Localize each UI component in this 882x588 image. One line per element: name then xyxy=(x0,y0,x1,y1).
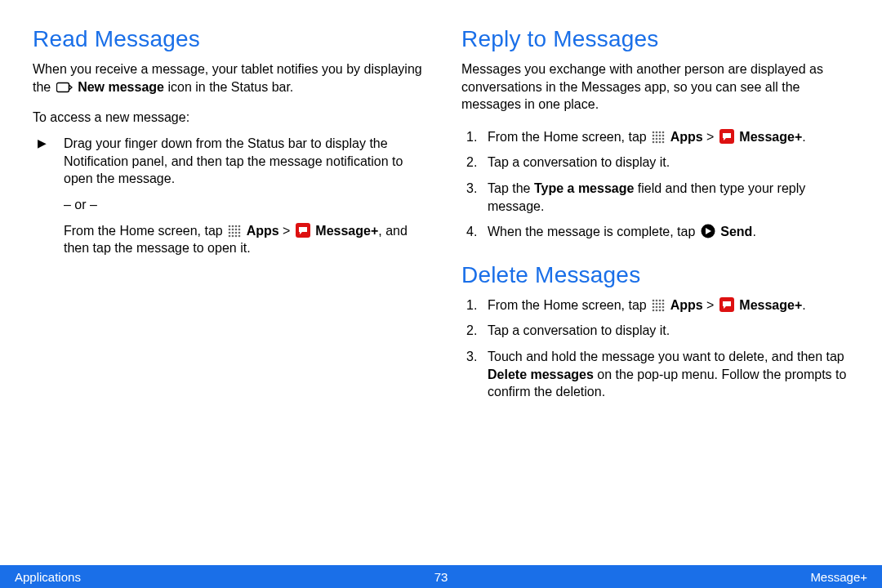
send-icon xyxy=(701,224,715,238)
intro-icon-label: New message xyxy=(78,80,164,94)
message-plus-icon xyxy=(296,223,310,238)
svg-point-10 xyxy=(232,231,234,234)
reply-step-1: From the Home screen, tap Apps > Message… xyxy=(461,128,858,146)
svg-point-7 xyxy=(235,228,238,230)
svg-point-18 xyxy=(653,131,655,133)
page-footer: Applications 73 Message+ xyxy=(0,565,882,588)
reply-step-3: Tap the Type a message field and then ty… xyxy=(461,180,858,215)
left-column: Read Messages When you receive a message… xyxy=(33,26,429,565)
apps-grid-icon xyxy=(652,299,665,312)
svg-point-24 xyxy=(659,134,662,136)
svg-point-20 xyxy=(659,131,662,133)
page-number: 73 xyxy=(434,570,448,584)
svg-point-30 xyxy=(653,140,655,143)
svg-point-12 xyxy=(238,231,241,234)
svg-rect-0 xyxy=(56,82,69,91)
svg-point-45 xyxy=(656,305,658,308)
svg-point-2 xyxy=(232,225,234,227)
svg-point-48 xyxy=(653,309,655,311)
heading-reply: Reply to Messages xyxy=(461,26,858,52)
footer-left: Applications xyxy=(15,570,81,584)
r4-tail: . xyxy=(752,225,755,238)
message-plus-icon xyxy=(719,129,734,144)
svg-point-50 xyxy=(659,309,662,311)
svg-point-42 xyxy=(659,302,662,305)
gt1: > xyxy=(279,224,294,238)
svg-point-23 xyxy=(656,134,658,136)
svg-point-31 xyxy=(656,140,658,143)
svg-point-36 xyxy=(653,299,655,301)
r4-a: When the message is complete, tap xyxy=(488,225,699,238)
apps-grid-icon xyxy=(228,225,241,238)
or-separator: – or – xyxy=(64,196,429,214)
r4-send: Send xyxy=(720,225,752,238)
svg-point-6 xyxy=(232,228,234,230)
reply-step-4: When the message is complete, tap Send. xyxy=(461,223,858,241)
svg-point-13 xyxy=(229,234,231,237)
svg-point-14 xyxy=(232,234,234,237)
svg-point-33 xyxy=(662,140,665,143)
svg-point-29 xyxy=(662,137,665,140)
play-arrow-icon: ▶ xyxy=(38,136,47,149)
svg-point-9 xyxy=(229,231,231,234)
svg-point-41 xyxy=(656,302,658,305)
bullet1-text: Drag your finger down from the Status ba… xyxy=(64,135,429,188)
svg-point-38 xyxy=(659,299,662,301)
footer-right: Message+ xyxy=(810,570,867,584)
reply-steps: From the Home screen, tap Apps > Message… xyxy=(461,128,858,241)
svg-point-11 xyxy=(235,231,238,234)
svg-point-46 xyxy=(659,305,662,308)
delete-step-2: Tap a conversation to display it. xyxy=(461,322,858,340)
svg-point-40 xyxy=(653,302,655,305)
svg-point-25 xyxy=(662,134,665,136)
new-message-icon xyxy=(56,81,73,94)
d1-msg: Message+ xyxy=(739,298,802,312)
r3-a: Tap the xyxy=(488,181,534,195)
delete-step-3: Touch and hold the message you want to d… xyxy=(461,348,858,401)
d1-apps: Apps xyxy=(670,298,703,312)
d1-tail: . xyxy=(802,298,805,312)
svg-point-4 xyxy=(238,225,241,227)
delete-steps: From the Home screen, tap Apps > Message… xyxy=(461,296,858,401)
svg-point-43 xyxy=(662,302,665,305)
svg-point-28 xyxy=(659,137,662,140)
bullet2: From the Home screen, tap Apps > xyxy=(64,222,429,257)
heading-read-messages: Read Messages xyxy=(33,26,429,52)
svg-point-51 xyxy=(662,309,665,311)
r1-apps: Apps xyxy=(670,130,703,144)
svg-point-15 xyxy=(235,234,238,237)
svg-point-8 xyxy=(238,228,241,230)
right-column: Reply to Messages Messages you exchange … xyxy=(461,26,858,565)
reply-step-2: Tap a conversation to display it. xyxy=(461,154,858,172)
intro-text-b: icon in the Status bar. xyxy=(167,80,293,94)
svg-point-1 xyxy=(229,225,231,227)
d3-a: Touch and hold the message you want to d… xyxy=(488,350,844,363)
bullet2-text-a: From the Home screen, tap xyxy=(64,224,226,238)
apps-label: Apps xyxy=(247,224,279,238)
messageplus-label: Message+ xyxy=(315,224,378,238)
heading-delete: Delete Messages xyxy=(461,262,858,288)
access-lead: To access a new message: xyxy=(33,110,429,125)
svg-point-22 xyxy=(653,134,655,136)
svg-point-26 xyxy=(653,137,655,140)
d1-gt: > xyxy=(703,298,718,312)
svg-point-44 xyxy=(653,305,655,308)
r1-gt: > xyxy=(703,130,718,144)
delete-step-1: From the Home screen, tap Apps > Message… xyxy=(461,296,858,314)
svg-point-27 xyxy=(656,137,658,140)
intro-paragraph: When you receive a message, your tablet … xyxy=(33,60,429,96)
d3-bold: Delete messages xyxy=(488,368,594,381)
r1-a: From the Home screen, tap xyxy=(488,130,650,144)
d1-a: From the Home screen, tap xyxy=(488,298,650,312)
svg-point-5 xyxy=(229,228,231,230)
svg-point-32 xyxy=(659,140,662,143)
apps-grid-icon xyxy=(652,131,665,144)
svg-point-19 xyxy=(656,131,658,133)
svg-point-3 xyxy=(235,225,238,227)
svg-point-37 xyxy=(656,299,658,301)
reply-intro: Messages you exchange with another perso… xyxy=(461,60,858,114)
svg-point-21 xyxy=(662,131,665,133)
bullet-block: ▶ Drag your finger down from the Status … xyxy=(33,135,429,257)
r3-bold: Type a message xyxy=(534,181,634,195)
r1-tail: . xyxy=(802,130,805,144)
